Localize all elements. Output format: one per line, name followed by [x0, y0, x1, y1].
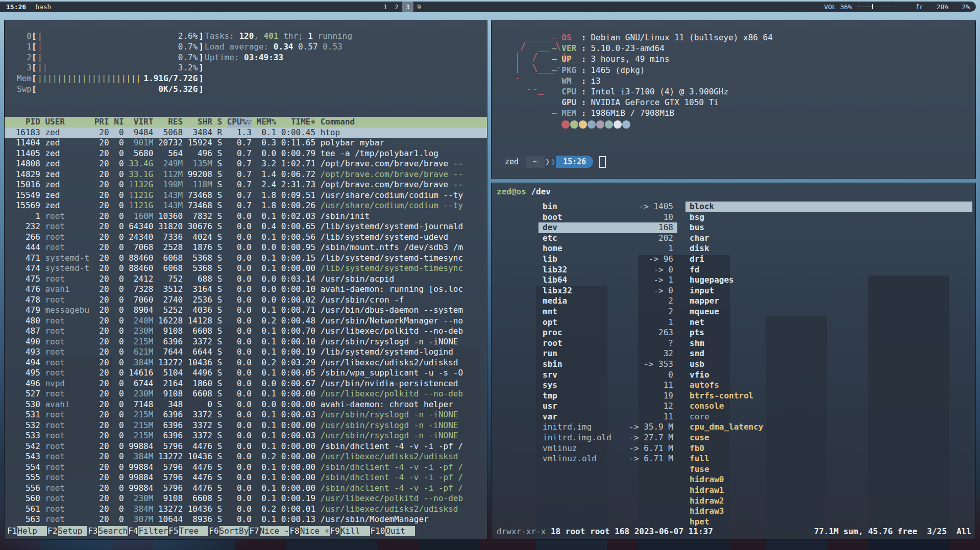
ranger-main-item[interactable]: disk	[685, 243, 972, 254]
fn-key-f4[interactable]: F4Filter	[128, 526, 168, 536]
ranger-parent-item[interactable]: opt1	[538, 317, 677, 328]
process-row[interactable]: 543root200384M1327210436S0.00.20:00.00/u…	[5, 452, 487, 462]
process-row[interactable]: 232root200643403182030676S0.00.40:00.65/…	[5, 221, 487, 232]
ranger-parent-item[interactable]: sbin-> 353	[538, 359, 677, 370]
ranger-parent-item[interactable]: boot10	[538, 212, 677, 223]
ranger-main-item[interactable]: input	[685, 286, 972, 296]
ranger-main-item[interactable]: fuse	[685, 464, 972, 475]
process-row[interactable]: 11405zed2005680564496S0.70.00:00.79tee -…	[5, 148, 487, 159]
volume-slider-handle[interactable]	[872, 4, 873, 9]
fn-key-f5[interactable]: F5Tree	[168, 526, 208, 536]
ranger-parent-item[interactable]: proc263	[538, 328, 677, 338]
ranger-parent-item[interactable]: vmlinuz-> 6.71 M	[538, 443, 677, 454]
ranger-main-item[interactable]: pts	[685, 328, 972, 338]
ranger-main-item[interactable]: mapper	[685, 296, 972, 307]
process-row[interactable]: 474systemd-t2008846060685368S0.00.10:00.…	[5, 263, 487, 274]
process-row[interactable]: 11404zed200901M2073215924S0.70.30:11.65p…	[5, 138, 487, 148]
ranger-main-item[interactable]: console	[685, 401, 972, 412]
workspace-item-1[interactable]: 1	[380, 2, 391, 12]
ranger-parent-item[interactable]: media2	[538, 296, 677, 307]
workspace-item-2[interactable]: 2	[391, 2, 402, 12]
ranger-main-item[interactable]: cpu_dma_latency	[685, 422, 972, 433]
ranger-main-item[interactable]: net	[685, 317, 972, 328]
ranger-parent-item[interactable]: lib32-> 0	[538, 265, 677, 276]
ranger-parent-item[interactable]: lib-> 96	[538, 254, 677, 265]
ranger-main-item[interactable]: hugepages	[685, 275, 972, 286]
fn-key-f2[interactable]: F2Setup	[47, 526, 87, 536]
ranger-main-item[interactable]: shm	[685, 338, 972, 349]
ranger-main-item[interactable]: dri	[685, 254, 972, 265]
ranger-main-item[interactable]: hidraw3	[685, 506, 972, 517]
ranger-main-item[interactable]: fd	[685, 265, 972, 276]
ranger-parent-item[interactable]: initrd.img.old-> 27.7 M	[538, 433, 677, 443]
ranger-parent-item[interactable]: etc202	[538, 233, 677, 244]
process-row[interactable]: 266root2002434073364024S0.00.10:00.56/li…	[5, 232, 487, 243]
process-row[interactable]: 14808zed20033.4G249M135MS0.73.21:02.71/o…	[5, 159, 487, 169]
ranger-main-item[interactable]: mqueue	[685, 307, 972, 317]
process-row[interactable]: 15569zed2001121G143M73468S0.71.80:00.26/…	[5, 201, 487, 211]
process-row[interactable]: 14829zed20033.1G112M99208S0.71.40:06.72/…	[5, 169, 487, 180]
ranger-main-item[interactable]: fb0	[685, 443, 972, 454]
process-row[interactable]: 554root2009988457964476S0.00.10:00.00/sb…	[5, 462, 487, 473]
ranger-main-item[interactable]: full	[685, 454, 972, 464]
ranger-parent-item[interactable]: run32	[538, 348, 677, 359]
process-row[interactable]: 479messagebu200890452524036S0.00.10:00.7…	[5, 305, 487, 316]
ranger-parent-item[interactable]: initrd.img-> 35.9 M	[538, 422, 677, 433]
volume-slider[interactable]	[857, 4, 902, 10]
process-row[interactable]: 495root2001461651044496S0.00.10:00.05/sb…	[5, 368, 487, 379]
ranger-parent-item[interactable]: var11	[538, 412, 677, 422]
process-row[interactable]: 1root200160M103607832S0.00.10:02.03/sbin…	[5, 211, 487, 222]
ranger-main-item[interactable]: snd	[685, 348, 972, 359]
ranger-parent-item[interactable]: tmp19	[538, 391, 677, 402]
process-row[interactable]: 531root200215M63963372S0.00.10:00.03/usr…	[5, 410, 487, 420]
ranger-parent-item[interactable]: usr12	[538, 401, 677, 412]
ranger-parent-item[interactable]: mnt2	[538, 307, 677, 317]
process-row[interactable]: 490root200215M63963372S0.00.10:00.10/usr…	[5, 337, 487, 347]
ranger-main-item[interactable]: cuse	[685, 433, 972, 443]
ranger-main-item[interactable]: hpet	[685, 517, 972, 528]
process-row[interactable]: 15016zed2001132G190M118MS0.72.42:31.73/o…	[5, 180, 487, 190]
ranger-parent-item[interactable]: root?	[538, 338, 677, 349]
ranger-main-item[interactable]: char	[685, 233, 972, 244]
ranger-main-item[interactable]: hidraw2	[685, 496, 972, 507]
process-row[interactable]: 532root200215M63963372S0.00.10:00.00/usr…	[5, 420, 487, 431]
fn-key-f8[interactable]: F8Nice +	[289, 526, 329, 536]
ranger-main-item[interactable]: usb	[685, 359, 972, 370]
ranger-main-item[interactable]: hidraw1	[685, 485, 972, 496]
ranger-parent-item[interactable]: dev168	[538, 222, 677, 233]
fn-key-f10[interactable]: F10Quit	[370, 526, 415, 536]
process-row[interactable]: 487root200230M91086608S0.00.10:00.70/usr…	[5, 326, 487, 337]
process-row[interactable]: 563root200307M106448936S0.00.10:00.13/us…	[5, 514, 487, 525]
process-row[interactable]: 478root200706027402536S0.00.00:00.02/usr…	[5, 295, 487, 306]
fn-key-f1[interactable]: F1Help	[7, 526, 47, 536]
ranger-main-item[interactable]: btrfs-control	[685, 391, 972, 402]
process-row[interactable]: 560root200230M91086608S0.00.10:00.19/usr…	[5, 493, 487, 504]
process-row[interactable]: 527root200230M91086608S0.00.10:00.00/usr…	[5, 389, 487, 399]
ranger-parent-item[interactable]: vmlinuz.old-> 6.71 M	[538, 454, 677, 464]
process-row[interactable]: 533root200215M63963372S0.00.10:00.03/usr…	[5, 431, 487, 441]
ranger-main-item[interactable]: hidraw0	[685, 474, 972, 485]
process-row[interactable]: 542root2009988457964476S0.00.10:00.00/sb…	[5, 441, 487, 452]
process-row[interactable]: 16183zed200948450683484R1.30.10:00.45hto…	[5, 128, 487, 138]
process-row[interactable]: 444root200706825281876S0.00.00:00.95/sbi…	[5, 242, 487, 253]
ranger-main-item[interactable]: core	[685, 412, 972, 422]
fn-key-f9[interactable]: F9Kill	[330, 526, 370, 536]
ranger-parent-item[interactable]: sys11	[538, 380, 677, 391]
process-row[interactable]: 561root200384M1327210436S0.00.20:00.01/u…	[5, 504, 487, 515]
process-row[interactable]: 494root200384M1327210436S0.00.20:03.29/u…	[5, 358, 487, 368]
process-row[interactable]: 496nvpd200674421641860S0.00.00:00.67/usr…	[5, 379, 487, 389]
fn-key-f6[interactable]: F6SortBy	[208, 526, 249, 536]
process-row[interactable]: 530avahi20071483480S0.00.00:00.00avahi-d…	[5, 399, 487, 410]
workspace-item-3[interactable]: 3	[402, 2, 413, 12]
ranger-parent-item[interactable]: home1	[538, 243, 677, 254]
ranger-parent-item[interactable]: lib64-> 1	[538, 275, 677, 286]
process-row[interactable]: 475root2002412752688S0.00.00:03.14/usr/s…	[5, 274, 487, 285]
ranger-parent-item[interactable]: bin-> 1405	[538, 202, 677, 212]
process-row[interactable]: 493root200621M76446644S0.00.10:00.19/lib…	[5, 347, 487, 358]
process-row[interactable]: 555root2009988457964476S0.00.10:00.00/sb…	[5, 472, 487, 483]
process-row[interactable]: 476avahi200732835123164S0.00.00:00.10ava…	[5, 284, 487, 295]
workspace-item-9[interactable]: 9	[413, 2, 425, 12]
ranger-parent-item[interactable]: libx32-> 0	[538, 286, 677, 296]
process-row[interactable]: 556root2009988457964476S0.00.10:00.00/sb…	[5, 483, 487, 494]
ranger-main-item[interactable]: bsg	[685, 212, 972, 223]
